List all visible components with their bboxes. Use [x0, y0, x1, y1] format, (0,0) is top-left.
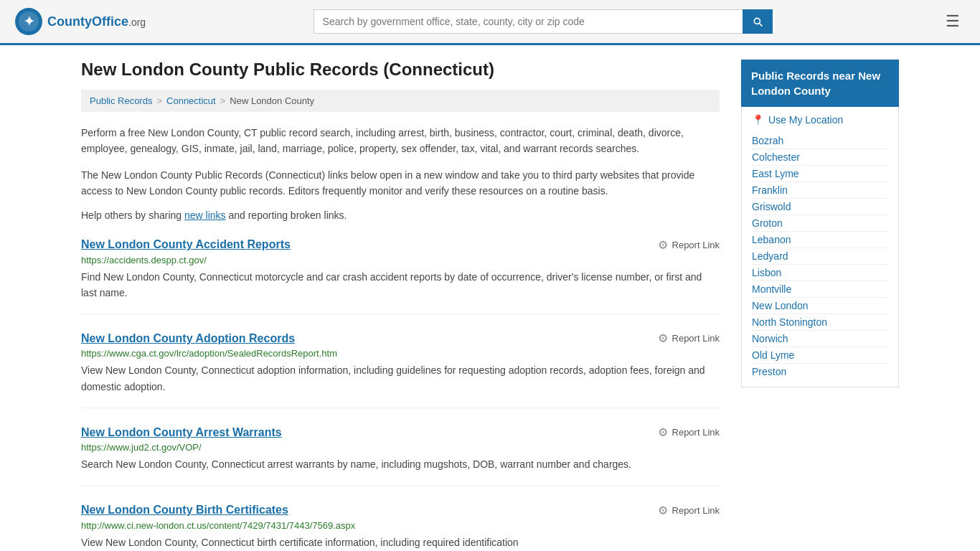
- record-item-1: New London County Adoption Records ⚙ Rep…: [81, 331, 720, 408]
- record-url-0[interactable]: https://accidents.despp.ct.gov/: [81, 255, 720, 265]
- page-title: New London County Public Records (Connec…: [81, 60, 720, 80]
- logo-text: CountyOffice.org: [47, 14, 146, 29]
- sidebar-header: Public Records near New London County: [741, 60, 899, 107]
- breadcrumb-separator-1: >: [156, 95, 162, 106]
- breadcrumb-public-records[interactable]: Public Records: [90, 95, 152, 106]
- search-button[interactable]: [743, 9, 773, 34]
- breadcrumb-separator-2: >: [220, 95, 226, 106]
- record-desc-0: Find New London County, Connecticut moto…: [81, 269, 720, 301]
- sidebar-link-norwich[interactable]: Norwich: [752, 331, 888, 347]
- sidebar-links-list: BozrahColchesterEast LymeFranklinGriswol…: [752, 133, 888, 380]
- record-title-2[interactable]: New London County Arrest Warrants: [81, 426, 282, 439]
- report-link-label-2: Report Link: [672, 427, 720, 438]
- sidebar-link-ledyard[interactable]: Ledyard: [752, 248, 888, 265]
- sidebar-link-franklin[interactable]: Franklin: [752, 182, 888, 199]
- sidebar-link-lisbon[interactable]: Lisbon: [752, 265, 888, 281]
- search-area: [314, 9, 773, 34]
- sidebar-link-griswold[interactable]: Griswold: [752, 199, 888, 215]
- hamburger-menu-button[interactable]: ☰: [940, 9, 966, 34]
- logo-area: ✦ CountyOffice.org: [14, 7, 146, 36]
- svg-text:✦: ✦: [24, 14, 34, 29]
- report-icon-2: ⚙: [658, 425, 668, 439]
- use-my-location-link[interactable]: 📍 Use My Location: [752, 114, 888, 126]
- breadcrumb-connecticut[interactable]: Connecticut: [166, 95, 216, 106]
- header: ✦ CountyOffice.org ☰: [0, 0, 980, 45]
- report-link-label-3: Report Link: [672, 505, 720, 516]
- report-icon-3: ⚙: [658, 504, 668, 517]
- logo-icon: ✦: [14, 7, 43, 36]
- record-url-1[interactable]: https://www.cga.ct.gov/lrc/adoption/Seal…: [81, 348, 720, 359]
- record-url-2[interactable]: https://www.jud2.ct.gov/VOP/: [81, 442, 720, 453]
- sidebar-link-east-lyme[interactable]: East Lyme: [752, 166, 888, 182]
- record-header-2: New London County Arrest Warrants ⚙ Repo…: [81, 425, 720, 439]
- record-item-2: New London County Arrest Warrants ⚙ Repo…: [81, 425, 720, 486]
- new-links-link[interactable]: new links: [184, 209, 226, 221]
- record-header-1: New London County Adoption Records ⚙ Rep…: [81, 331, 720, 345]
- sidebar-link-north-stonington[interactable]: North Stonington: [752, 314, 888, 331]
- location-pin-icon: 📍: [752, 114, 764, 126]
- intro-paragraph-1: Perform a free New London County, CT pub…: [81, 125, 720, 157]
- record-header-0: New London County Accident Reports ⚙ Rep…: [81, 238, 720, 252]
- sidebar-link-old-lyme[interactable]: Old Lyme: [752, 347, 888, 364]
- sidebar-content: 📍 Use My Location BozrahColchesterEast L…: [741, 107, 899, 387]
- report-link-label-0: Report Link: [672, 240, 720, 250]
- record-title-1[interactable]: New London County Adoption Records: [81, 332, 295, 345]
- record-item-3: New London County Birth Certificates ⚙ R…: [81, 504, 720, 551]
- record-desc-2: Search New London County, Connecticut ar…: [81, 456, 720, 472]
- report-link-label-1: Report Link: [672, 333, 720, 344]
- report-link-3[interactable]: ⚙ Report Link: [658, 504, 720, 517]
- breadcrumb-new-london-county: New London County: [230, 95, 314, 106]
- report-icon-1: ⚙: [658, 331, 668, 345]
- report-link-0[interactable]: ⚙ Report Link: [658, 238, 720, 252]
- records-list: New London County Accident Reports ⚙ Rep…: [81, 238, 720, 551]
- help-text: Help others by sharing new links and rep…: [81, 209, 720, 221]
- sidebar-link-colchester[interactable]: Colchester: [752, 149, 888, 166]
- use-location-label: Use My Location: [768, 114, 843, 126]
- sidebar-link-bozrah[interactable]: Bozrah: [752, 133, 888, 149]
- sidebar-link-montville[interactable]: Montville: [752, 281, 888, 298]
- search-icon: [752, 16, 763, 27]
- record-title-0[interactable]: New London County Accident Reports: [81, 238, 291, 251]
- record-url-3[interactable]: http://www.ci.new-london.ct.us/content/7…: [81, 520, 720, 531]
- record-desc-1: View New London County, Connecticut adop…: [81, 362, 720, 395]
- record-desc-3: View New London County, Connecticut birt…: [81, 534, 720, 550]
- intro-paragraph-2: The New London County Public Records (Co…: [81, 167, 720, 199]
- report-icon-0: ⚙: [658, 238, 668, 252]
- report-link-2[interactable]: ⚙ Report Link: [658, 425, 720, 439]
- search-input[interactable]: [314, 9, 743, 34]
- sidebar-link-groton[interactable]: Groton: [752, 215, 888, 232]
- record-title-3[interactable]: New London County Birth Certificates: [81, 504, 288, 517]
- sidebar: Public Records near New London County 📍 …: [741, 60, 899, 551]
- report-link-1[interactable]: ⚙ Report Link: [658, 331, 720, 345]
- main-container: New London County Public Records (Connec…: [67, 45, 913, 551]
- sidebar-link-preston[interactable]: Preston: [752, 364, 888, 380]
- sidebar-link-new-london[interactable]: New London: [752, 298, 888, 314]
- content-area: New London County Public Records (Connec…: [81, 60, 720, 551]
- record-header-3: New London County Birth Certificates ⚙ R…: [81, 504, 720, 517]
- sidebar-link-lebanon[interactable]: Lebanon: [752, 232, 888, 248]
- record-item-0: New London County Accident Reports ⚙ Rep…: [81, 238, 720, 315]
- breadcrumb: Public Records > Connecticut > New Londo…: [81, 90, 720, 112]
